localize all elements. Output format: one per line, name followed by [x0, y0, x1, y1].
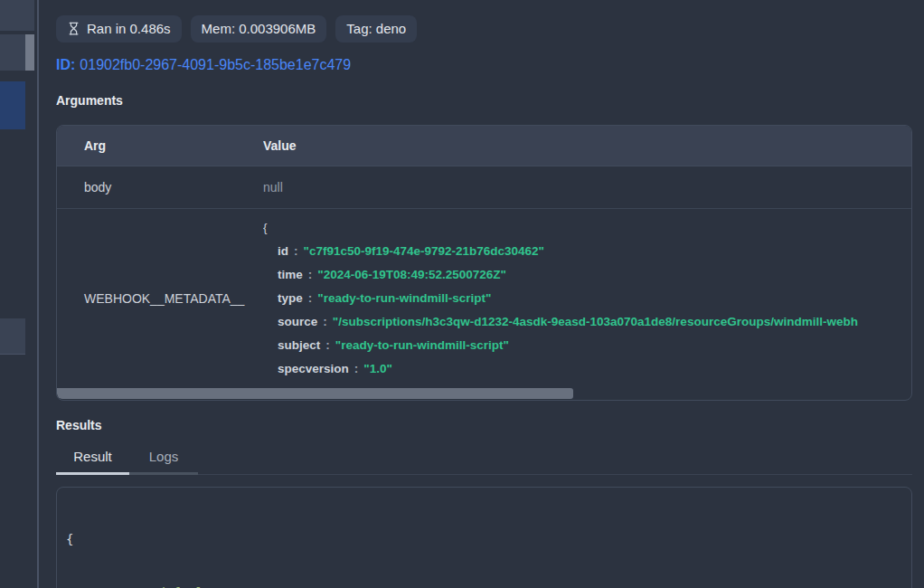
json-key: id — [278, 244, 288, 258]
sidebar-item[interactable] — [0, 318, 25, 355]
json-entry-type: type:"ready-to-run-windmill-script" — [263, 287, 911, 310]
arguments-table-header: Arg Value — [57, 126, 911, 166]
json-key: source — [278, 315, 317, 328]
json-value: "1.0" — [363, 362, 392, 375]
code-open-brace: { — [66, 531, 902, 549]
code-value: "default arg" — [150, 585, 250, 588]
json-separator: : — [308, 291, 313, 305]
run-stats-badges: Ran in 0.486s Mem: 0.003906MB Tag: deno — [56, 15, 912, 43]
left-sidebar — [0, 0, 39, 588]
run-duration-label: Ran in 0.486s — [87, 22, 171, 35]
code-line-str: "str": "default arg", — [66, 584, 902, 588]
arg-name: body — [57, 180, 263, 194]
result-code-block: { "str": "default arg", "union": "Hello … — [66, 496, 902, 588]
memory-badge: Mem: 0.003906MB — [191, 15, 327, 43]
horizontal-scrollbar-thumb[interactable] — [57, 388, 573, 399]
run-duration-badge: Ran in 0.486s — [56, 15, 182, 43]
result-json-panel: { "str": "default arg", "union": "Hello … — [56, 487, 912, 588]
tab-result[interactable]: Result — [56, 449, 129, 474]
json-object-viewer: { id:"c7f91c50-9f19-474e-9792-21b76dc304… — [263, 207, 911, 390]
json-entry-subject: subject:"ready-to-run-windmill-script" — [263, 334, 911, 357]
tab-logs-label: Logs — [149, 449, 179, 464]
json-entry-specversion: specversion:"1.0" — [263, 357, 911, 381]
json-entry-id: id:"c7f91c50-9f19-474e-9792-21b76dc30462… — [263, 240, 911, 263]
json-value: "/subscriptions/h3c3qw-d1232-4asdk-9easd… — [333, 315, 858, 328]
column-header-arg: Arg — [57, 138, 263, 153]
json-value: "ready-to-run-windmill-script" — [317, 291, 491, 305]
arguments-title: Arguments — [56, 93, 912, 108]
table-row-body: body null — [57, 166, 911, 209]
arg-name: WEBHOOK__METADATA__ — [57, 291, 263, 306]
table-horizontal-scrollbar — [57, 388, 911, 400]
code-separator: : — [135, 585, 150, 588]
table-row-webhook-metadata: WEBHOOK__METADATA__ { id:"c7f91c50-9f19-… — [57, 209, 911, 388]
results-title: Results — [56, 418, 912, 432]
arguments-table: Arg Value body null WEBHOOK__METADATA__ … — [56, 125, 912, 401]
json-separator: : — [325, 338, 330, 352]
column-header-value: Value — [263, 138, 911, 153]
job-id-label: ID: — [56, 57, 75, 72]
hourglass-icon — [67, 22, 80, 35]
arg-value-object: { id:"c7f91c50-9f19-474e-9792-21b76dc304… — [263, 207, 911, 390]
active-tab-underline — [56, 472, 129, 475]
inactive-tab-underline — [129, 472, 198, 475]
tag-badge: Tag: deno — [335, 15, 417, 43]
sidebar-item[interactable] — [0, 34, 25, 71]
code-key: "str" — [97, 585, 135, 588]
results-tab-bar: Result Logs — [56, 449, 912, 475]
arg-value-null: null — [263, 180, 911, 194]
json-key: time — [278, 268, 303, 281]
job-id-line: ID:01902fb0-2967-4091-9b5c-185be1e7c479 — [56, 57, 912, 73]
code-comma: , — [250, 585, 257, 588]
json-separator: : — [308, 268, 313, 281]
sidebar-scrollbar-thumb[interactable] — [25, 34, 34, 71]
json-key: subject — [278, 338, 320, 352]
json-value: "c7f91c50-9f19-474e-9792-21b76dc30462" — [304, 244, 545, 258]
job-run-detail-panel: Ran in 0.486s Mem: 0.003906MB Tag: deno … — [39, 0, 924, 588]
json-value: "2024-06-19T08:49:52.2500726Z" — [317, 268, 506, 281]
json-entry-time: time:"2024-06-19T08:49:52.2500726Z" — [263, 263, 911, 287]
json-separator: : — [354, 362, 359, 375]
tab-logs[interactable]: Logs — [129, 449, 198, 474]
json-value: "ready-to-run-windmill-script" — [335, 338, 509, 352]
json-separator: : — [323, 315, 327, 328]
json-separator: : — [294, 244, 298, 258]
tab-result-label: Result — [73, 449, 112, 464]
sidebar-item-selected[interactable] — [0, 81, 25, 129]
json-entry-source: source:"/subscriptions/h3c3qw-d1232-4asd… — [263, 310, 911, 334]
json-open-brace: { — [263, 216, 911, 240]
json-key: specversion — [278, 362, 349, 375]
json-key: type — [278, 291, 303, 305]
sidebar-item[interactable] — [0, 0, 34, 31]
job-id-link[interactable]: 01902fb0-2967-4091-9b5c-185be1e7c479 — [80, 57, 351, 72]
